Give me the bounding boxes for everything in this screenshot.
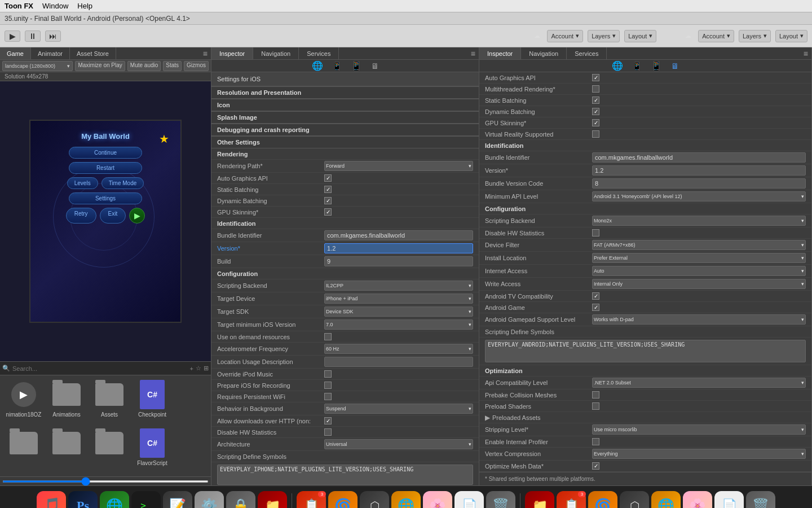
dock-item-trash2[interactable]: 🗑️ bbox=[746, 491, 775, 509]
dock-item-orange-browser[interactable]: 🌐 bbox=[391, 491, 421, 509]
tablet-device-icon[interactable]: 📱 bbox=[351, 60, 362, 71]
android-game-checkbox[interactable] bbox=[592, 304, 599, 311]
override-ipod-checkbox[interactable] bbox=[324, 370, 332, 378]
dock-item-filezilla2[interactable]: 📁 bbox=[525, 491, 554, 509]
gpu-skinning-checkbox[interactable] bbox=[324, 208, 332, 216]
game-btn-retry[interactable]: Retry bbox=[66, 208, 96, 224]
maximize-btn[interactable]: Maximize on Play bbox=[75, 61, 125, 71]
tab-animator[interactable]: Animator bbox=[31, 47, 70, 59]
optimize-mesh-checkbox[interactable] bbox=[592, 462, 599, 470]
android-gpu-skinning-checkbox[interactable] bbox=[592, 119, 599, 126]
phone-android-icon[interactable]: 📱 bbox=[632, 62, 642, 71]
tab-navigation-ios[interactable]: Navigation bbox=[253, 47, 299, 59]
step-button[interactable]: ⏭ bbox=[45, 30, 61, 42]
account-dropdown-right[interactable]: Account▾ bbox=[698, 30, 734, 42]
star-icon[interactable]: ☆ bbox=[196, 365, 201, 372]
target-device-select[interactable]: iPhone + iPad▾ bbox=[324, 294, 473, 304]
dock-item-tasks2[interactable]: 📋 3 bbox=[557, 491, 586, 509]
asset-search-input[interactable] bbox=[12, 365, 188, 372]
preloaded-assets-arrow[interactable]: ▶ bbox=[485, 414, 490, 422]
dock-item-filezilla1[interactable]: 📁 bbox=[258, 491, 287, 509]
android-write-select[interactable]: Internal Only▾ bbox=[592, 279, 806, 289]
android-device-filter-select[interactable]: FAT (ARMv7+x86)▾ bbox=[592, 240, 806, 250]
architecture-select[interactable]: Universal▾ bbox=[324, 439, 473, 449]
globe-android-icon[interactable]: 🌐 bbox=[612, 60, 623, 71]
section-splash[interactable]: Splash Image bbox=[211, 111, 479, 124]
dock-item-trash1[interactable]: 🗑️ bbox=[486, 491, 515, 509]
dock-item-browser2[interactable]: 🌀 bbox=[328, 491, 358, 509]
scripting-define-input[interactable]: EVERYPLAY_IPHONE;NATIVE_PLUGINS_LITE_VER… bbox=[217, 465, 473, 485]
size-slider[interactable] bbox=[2, 480, 209, 483]
dock-item-tasks1[interactable]: 📋 3 bbox=[297, 491, 326, 509]
tab-services-android[interactable]: Services bbox=[567, 47, 607, 59]
version-input[interactable] bbox=[324, 243, 473, 253]
list-item[interactable]: FlavorScript bbox=[132, 427, 173, 474]
android-multithreaded-checkbox[interactable] bbox=[592, 85, 599, 93]
desktop-android-icon[interactable]: 🖥 bbox=[671, 62, 679, 71]
prebake-checkbox[interactable] bbox=[592, 391, 599, 398]
rendering-path-select[interactable]: Forward▾ bbox=[324, 161, 473, 171]
min-ios-select[interactable]: 7.0▾ bbox=[324, 319, 473, 330]
account-dropdown-left[interactable]: Account▾ bbox=[547, 30, 583, 42]
list-item[interactable]: ▶ nimation18OZ bbox=[3, 379, 44, 425]
desktop-device-icon[interactable]: 🖥 bbox=[371, 62, 379, 71]
filter-icon[interactable]: ⊞ bbox=[204, 365, 209, 372]
menu-app[interactable]: Toon FX bbox=[5, 2, 33, 10]
dock-item-security[interactable]: 🔒 bbox=[226, 491, 255, 509]
android-tv-checkbox[interactable] bbox=[592, 292, 599, 300]
on-demand-checkbox[interactable] bbox=[324, 333, 332, 340]
play-button[interactable]: ▶ bbox=[5, 30, 20, 42]
layout-dropdown-right[interactable]: Layout▾ bbox=[775, 30, 807, 42]
preload-shaders-checkbox[interactable] bbox=[592, 402, 599, 410]
menu-help[interactable]: Help bbox=[77, 2, 92, 10]
behavior-select[interactable]: Suspend▾ bbox=[324, 404, 473, 414]
location-input[interactable] bbox=[324, 357, 473, 367]
list-item[interactable] bbox=[46, 427, 87, 474]
android-dynamic-batching-checkbox[interactable] bbox=[592, 108, 599, 115]
dock-item-notes2[interactable]: 📄 bbox=[714, 491, 744, 509]
android-gamepad-select[interactable]: Works with D-pad▾ bbox=[592, 314, 806, 325]
phone-device-icon[interactable]: 📱 bbox=[332, 62, 342, 71]
list-item[interactable]: Assets bbox=[89, 379, 130, 425]
android-min-api-select[interactable]: Android 3.1 'Honeycomb' (API level 12)▾ bbox=[592, 191, 806, 202]
layers-dropdown-left[interactable]: Layers▾ bbox=[588, 30, 620, 42]
game-btn-continue[interactable]: Continue bbox=[69, 147, 142, 159]
enable-profiler-checkbox[interactable] bbox=[592, 438, 599, 445]
dock-item-photos2[interactable]: 🌸 bbox=[683, 491, 712, 509]
stats-btn[interactable]: Stats bbox=[163, 61, 182, 71]
game-btn-restart[interactable]: Restart bbox=[69, 162, 142, 174]
gizmos-btn[interactable]: Gizmos bbox=[184, 61, 209, 71]
dock-item-browser[interactable]: 🌐 bbox=[100, 491, 129, 509]
tab-inspector-android[interactable]: Inspector bbox=[479, 47, 521, 59]
dock-item-settings[interactable]: ⚙️ bbox=[195, 491, 224, 509]
target-sdk-select[interactable]: Device SDK▾ bbox=[324, 306, 473, 317]
dock-item-unity2[interactable]: ⬡ bbox=[620, 491, 649, 509]
android-install-select[interactable]: Prefer External▾ bbox=[592, 253, 806, 263]
section-debug[interactable]: Debugging and crash reporting bbox=[211, 124, 479, 136]
dock-item-orange-browser2[interactable]: 🌐 bbox=[651, 491, 681, 509]
android-version-input[interactable] bbox=[592, 165, 806, 176]
vertex-compression-select[interactable]: Everything▾ bbox=[592, 449, 806, 459]
build-input[interactable] bbox=[324, 256, 473, 266]
android-scripting-define-input[interactable]: EVERYPLAY_ANDROID;NATIVE_PLUGINS_LITE_VE… bbox=[485, 340, 806, 362]
globe-device-icon[interactable]: 🌐 bbox=[312, 60, 323, 71]
game-btn-settings[interactable]: Settings bbox=[69, 192, 142, 204]
tab-inspector-ios[interactable]: Inspector bbox=[211, 47, 253, 59]
ios-panel-menu-icon[interactable]: ≡ bbox=[467, 49, 479, 58]
auto-graphics-checkbox[interactable] bbox=[324, 174, 332, 182]
game-btn-timemode[interactable]: Time Mode bbox=[102, 177, 144, 189]
dock-item-music[interactable]: 🎵 bbox=[37, 491, 66, 509]
dock-item-photoshop[interactable]: Ps bbox=[68, 491, 98, 509]
cloud-icon-left[interactable]: ☁ bbox=[531, 32, 542, 40]
panel-menu-icon[interactable]: ≡ bbox=[200, 49, 211, 58]
mute-btn[interactable]: Mute audio bbox=[127, 61, 161, 71]
android-bundle-id-input[interactable] bbox=[592, 152, 806, 163]
tab-asset-store[interactable]: Asset Store bbox=[70, 47, 116, 59]
accel-select[interactable]: 60 Hz▾ bbox=[324, 344, 473, 354]
disable-hw-checkbox[interactable] bbox=[324, 428, 332, 436]
layers-dropdown-right[interactable]: Layers▾ bbox=[739, 30, 771, 42]
menu-window[interactable]: Window bbox=[42, 2, 68, 10]
layout-dropdown-left[interactable]: Layout▾ bbox=[624, 30, 656, 42]
android-bundle-version-input[interactable] bbox=[592, 178, 806, 189]
tab-navigation-android[interactable]: Navigation bbox=[521, 47, 567, 59]
